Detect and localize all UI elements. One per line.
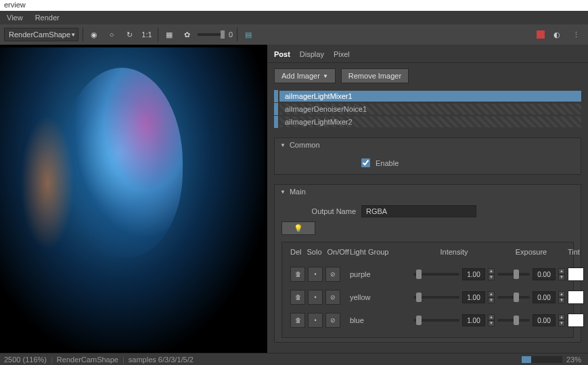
status-bar: 2500 (116%) | RenderCamShape | samples 6… [0, 353, 588, 365]
zoom-actual-button[interactable]: 1:1 [140, 28, 154, 41]
toggle-button[interactable]: ⊘ [325, 267, 340, 282]
spinner[interactable]: ▲▼ [488, 291, 495, 303]
toolbar: RenderCamShape ▼ ◉ ○ ↻ 1:1 ▦ ✿ 0 ▤ ◐ ⋮ [0, 24, 588, 45]
tab-pixel[interactable]: Pixel [334, 49, 350, 60]
solo-button[interactable]: • [308, 313, 323, 328]
delete-button[interactable]: 🗑 [290, 290, 305, 305]
collapse-icon: ▼ [280, 189, 286, 195]
render-image [0, 47, 265, 350]
lightbulb-icon: 💡 [294, 224, 303, 233]
window-title: erview [4, 1, 26, 9]
imager-list: aiImagerLightMixer1 aiImagerDenoiserNoic… [274, 90, 581, 128]
remove-imager-button[interactable]: Remove Imager [341, 68, 409, 83]
tint-swatch[interactable] [568, 291, 584, 304]
light-group-row: 🗑 • ⊘ yellow ▲▼ [288, 286, 568, 309]
status-samples: samples 6/3/3/1/5/2 [129, 356, 194, 364]
tab-bar: Post Display Pixel [267, 45, 588, 63]
add-light-button[interactable]: 💡 [281, 221, 315, 235]
progress-bar [522, 356, 562, 363]
intensity-slider[interactable] [413, 319, 459, 322]
enable-label: Enable [376, 159, 399, 167]
section-main: ▼ Main Output Name 💡 Del [274, 184, 581, 343]
intensity-input[interactable] [462, 291, 485, 303]
camera-dropdown[interactable]: RenderCamShape ▼ [4, 28, 78, 41]
tab-post[interactable]: Post [274, 49, 290, 60]
add-imager-button[interactable]: Add Imager ▼ [274, 68, 336, 83]
delete-button[interactable]: 🗑 [290, 313, 305, 328]
spinner[interactable]: ▲▼ [488, 314, 495, 326]
properties-panel: Post Display Pixel Add Imager ▼ Remove I… [267, 45, 588, 353]
exposure-input[interactable] [533, 314, 556, 326]
output-name-input[interactable] [361, 205, 476, 217]
render-viewport[interactable] [0, 45, 267, 353]
status-camera: RenderCamShape [57, 356, 118, 364]
solo-button[interactable]: • [308, 267, 323, 282]
status-resolution: 2500 (116%) [4, 356, 47, 364]
refresh-icon[interactable]: ↻ [122, 28, 136, 41]
comment-icon[interactable]: ◐ [550, 28, 564, 41]
gear-icon[interactable]: ✿ [180, 28, 194, 41]
solo-button[interactable]: • [308, 290, 323, 305]
delete-button[interactable]: 🗑 [290, 267, 305, 282]
log-icon[interactable]: ▤ [242, 28, 255, 41]
enable-checkbox[interactable] [361, 158, 370, 167]
tint-swatch[interactable] [568, 314, 584, 327]
intensity-input[interactable] [462, 314, 485, 326]
imager-item[interactable]: aiImagerLightMixer2 [274, 116, 581, 128]
crop-icon[interactable]: ▦ [162, 28, 176, 41]
section-common: ▼ Common Enable [274, 137, 581, 175]
toggle-button[interactable]: ⊘ [325, 290, 340, 305]
section-header[interactable]: ▼ Common [275, 138, 581, 152]
exposure-slider[interactable] [497, 319, 530, 322]
target-icon[interactable]: ◉ [87, 28, 101, 41]
menu-bar: View Render [0, 11, 588, 24]
group-name: purple [350, 270, 411, 278]
output-name-label: Output Name [281, 207, 356, 215]
dots-icon[interactable]: ⋮ [569, 28, 583, 41]
tab-display[interactable]: Display [300, 49, 324, 60]
exposure-input[interactable] [533, 291, 556, 303]
progress-text: 23% [566, 356, 581, 364]
collapse-icon: ▼ [280, 142, 286, 148]
light-group-row: 🗑 • ⊘ blue ▲▼ [288, 309, 568, 332]
menu-view[interactable]: View [7, 14, 23, 22]
exposure-slider[interactable] [198, 33, 225, 36]
divider [158, 28, 158, 41]
group-name: yellow [350, 293, 411, 301]
intensity-slider[interactable] [413, 273, 459, 276]
exposure-input[interactable] [533, 268, 556, 280]
group-name: blue [350, 316, 411, 324]
intensity-input[interactable] [462, 268, 485, 280]
imager-item[interactable]: aiImagerLightMixer1 [274, 90, 581, 102]
spinner[interactable]: ▲▼ [558, 291, 565, 303]
stop-render-button[interactable] [537, 30, 545, 39]
divider [237, 28, 238, 41]
spinner[interactable]: ▲▼ [558, 314, 565, 326]
imager-item[interactable]: aiImagerDenoiserNoice1 [274, 103, 581, 115]
exposure-slider[interactable] [497, 296, 530, 299]
circle-icon[interactable]: ○ [105, 28, 118, 41]
spinner[interactable]: ▲▼ [488, 268, 495, 280]
chevron-down-icon: ▼ [323, 73, 328, 79]
intensity-slider[interactable] [413, 296, 459, 299]
light-groups-grid: Del Solo On/Off Light Group Intensity Ex… [281, 242, 574, 338]
spinner[interactable]: ▲▼ [558, 268, 565, 280]
divider [83, 28, 83, 41]
light-group-row: 🗑 • ⊘ purple ▲▼ [288, 263, 568, 286]
tint-swatch[interactable] [568, 267, 584, 281]
menu-render[interactable]: Render [35, 14, 60, 22]
toggle-button[interactable]: ⊘ [325, 313, 340, 328]
chevron-down-icon: ▼ [70, 32, 76, 38]
section-header[interactable]: ▼ Main [275, 185, 581, 198]
exposure-value: 0 [229, 30, 233, 39]
window-title-bar: erview [0, 0, 588, 11]
exposure-slider[interactable] [497, 273, 530, 276]
